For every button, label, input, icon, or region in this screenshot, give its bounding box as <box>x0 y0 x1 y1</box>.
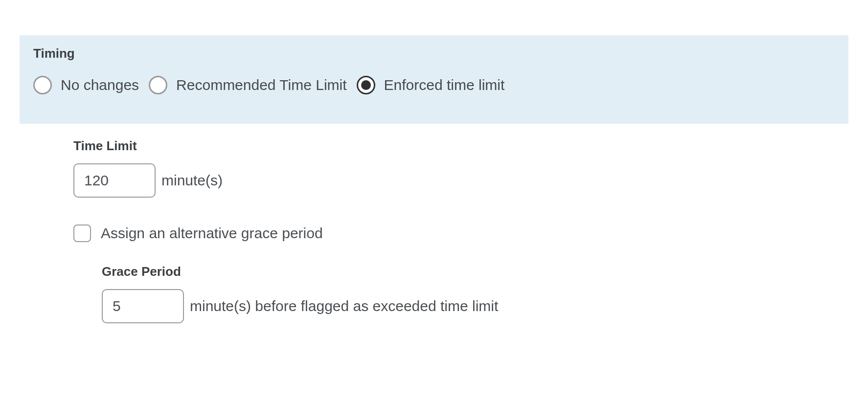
grace-period-section: Grace Period minute(s) before flagged as… <box>73 264 848 323</box>
time-limit-input[interactable] <box>73 163 156 198</box>
radio-label-recommended[interactable]: Recommended Time Limit <box>176 77 346 93</box>
grace-period-suffix: minute(s) before flagged as exceeded tim… <box>190 298 498 314</box>
timing-heading: Timing <box>33 46 835 61</box>
radio-item-enforced: Enforced time limit <box>357 76 505 94</box>
alt-grace-label[interactable]: Assign an alternative grace period <box>101 225 323 242</box>
radio-label-enforced[interactable]: Enforced time limit <box>384 77 505 93</box>
radio-enforced[interactable] <box>357 76 375 94</box>
grace-period-input-row: minute(s) before flagged as exceeded tim… <box>102 289 848 323</box>
time-limit-input-row: minute(s) <box>73 163 848 198</box>
radio-no-changes[interactable] <box>33 76 52 94</box>
radio-item-recommended: Recommended Time Limit <box>149 76 346 94</box>
alt-grace-row: Assign an alternative grace period <box>73 224 848 242</box>
radio-label-no-changes[interactable]: No changes <box>61 77 139 93</box>
grace-period-heading: Grace Period <box>102 264 848 279</box>
radio-inner-icon <box>361 80 371 90</box>
alt-grace-checkbox[interactable] <box>73 224 91 242</box>
timing-section: Timing No changes Recommended Time Limit… <box>20 35 848 124</box>
timing-radio-group: No changes Recommended Time Limit Enforc… <box>33 76 835 94</box>
radio-recommended[interactable] <box>149 76 167 94</box>
grace-period-input[interactable] <box>102 289 184 323</box>
radio-item-no-changes: No changes <box>33 76 139 94</box>
time-limit-section: Time Limit minute(s) Assign an alternati… <box>20 138 848 323</box>
time-limit-heading: Time Limit <box>73 138 848 154</box>
time-limit-unit: minute(s) <box>161 172 223 189</box>
